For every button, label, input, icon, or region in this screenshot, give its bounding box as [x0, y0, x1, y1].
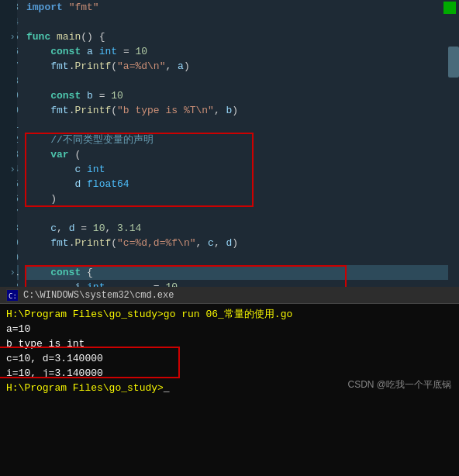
- terminal-line-2: a=10: [6, 322, 453, 336]
- code-content[interactable]: import "fmt" func main() { const a int =…: [23, 0, 459, 287]
- code-line-13: var (: [26, 147, 459, 162]
- svg-text:C:: C:: [9, 292, 17, 300]
- code-line-4: [26, 15, 459, 29]
- code-line-12: //不同类型变量的声明: [26, 133, 459, 147]
- code-line-7: fmt.Printf("a=%d\n", a): [26, 59, 459, 74]
- code-line-18: c, d = 10, 3.14: [26, 221, 459, 236]
- terminal-line-1: H:\Program Files\go_study>go run 06_常量的使…: [6, 307, 453, 322]
- code-line-22: i int = 10: [26, 280, 459, 287]
- status-indicator: [443, 2, 456, 14]
- code-line-9: const b = 10: [26, 88, 459, 103]
- code-line-10: fmt.Printf("b type is %T\n", b): [26, 103, 459, 118]
- code-line-8: [26, 74, 459, 88]
- editor-area: › › › 3 4 5 6 7 8 9 10: [0, 0, 459, 287]
- editor-scrollbar[interactable]: [448, 0, 459, 287]
- terminal-area: C: C:\WINDOWS\system32\cmd.exe H:\Progra…: [0, 287, 459, 476]
- editor-left-gutter: › › ›: [0, 0, 17, 287]
- terminal-line-4: c=10, d=3.140000: [6, 351, 453, 366]
- terminal-title: C:\WINDOWS\system32\cmd.exe: [23, 290, 174, 301]
- terminal-body[interactable]: H:\Program Files\go_study>go run 06_常量的使…: [0, 304, 459, 398]
- code-line-15: d float64: [26, 177, 459, 191]
- cmd-icon: C:: [6, 289, 19, 302]
- code-line-19: fmt.Printf("c=%d,d=%f\n", c, d): [26, 236, 459, 250]
- terminal-header: C: C:\WINDOWS\system32\cmd.exe: [0, 287, 459, 304]
- code-line-21: const {: [26, 265, 459, 280]
- code-line-11: [26, 118, 459, 133]
- code-line-14: c int: [26, 162, 459, 177]
- scrollbar-thumb[interactable]: [448, 47, 459, 78]
- code-line-16: ): [26, 191, 459, 206]
- code-line-17: [26, 206, 459, 221]
- code-line-3: import "fmt": [26, 0, 459, 15]
- csdn-watermark: CSDN @吃我一个平底锅: [347, 378, 451, 392]
- code-line-20: [26, 250, 459, 265]
- code-line-6: const a int = 10: [26, 44, 459, 59]
- terminal-line-3: b type is int: [6, 336, 453, 351]
- code-line-5: func main() {: [26, 29, 459, 44]
